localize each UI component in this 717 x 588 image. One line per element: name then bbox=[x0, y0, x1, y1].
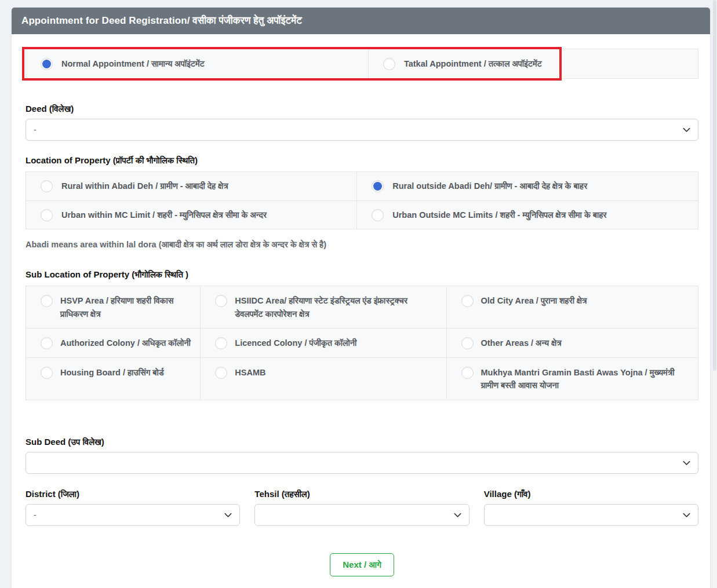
sub-location-section: Sub Location of Property (भौगोलिक स्थिति… bbox=[26, 269, 698, 400]
radio-icon[interactable] bbox=[372, 180, 384, 192]
radio-icon[interactable] bbox=[41, 367, 53, 379]
radio-icon[interactable] bbox=[41, 337, 53, 349]
page-title: Appointment for Deed Registration/ वसीका… bbox=[12, 8, 710, 34]
radio-option-normal-appointment[interactable]: Normal Appointment / सामान्य अपॉइंटमेंट bbox=[26, 49, 368, 78]
chevron-down-icon bbox=[682, 458, 691, 467]
radio-option-housing-board[interactable]: Housing Board / हाउसिंग बोर्ड bbox=[26, 358, 201, 400]
radio-label: HSIIDC Area/ हरियाणा स्टेट इंडस्ट्रियल ए… bbox=[235, 294, 436, 320]
radio-label: Urban Outside MC Limits / शहरी - म्युनिस… bbox=[392, 209, 606, 221]
chevron-down-icon bbox=[682, 510, 691, 519]
radio-icon[interactable] bbox=[215, 295, 227, 307]
radio-icon[interactable] bbox=[41, 58, 53, 70]
radio-label: Licenced Colony / पंजीकृत कॉलोनी bbox=[235, 337, 356, 349]
deed-registration-card: Appointment for Deed Registration/ वसीका… bbox=[12, 8, 710, 588]
chevron-down-icon bbox=[224, 510, 232, 519]
location-options-group: Rural within Abadi Deh / ग्रामीण - आबादी… bbox=[26, 171, 698, 229]
radio-icon[interactable] bbox=[461, 367, 474, 379]
abadi-note: Abadi means area within lal dora (आबादी … bbox=[26, 240, 698, 250]
radio-option-hsiidc-area[interactable]: HSIIDC Area/ हरियाणा स्टेट इंडस्ट्रियल ए… bbox=[201, 286, 446, 328]
radio-option-mukhya-mantri-yojna[interactable]: Mukhya Mantri Gramin Basti Awas Yojna / … bbox=[447, 358, 698, 400]
radio-label: Mukhya Mantri Gramin Basti Awas Yojna / … bbox=[481, 366, 689, 392]
deed-select-value: - bbox=[34, 125, 37, 134]
sub-deed-select[interactable] bbox=[26, 452, 698, 474]
radio-icon[interactable] bbox=[41, 209, 53, 221]
radio-option-licenced-colony[interactable]: Licenced Colony / पंजीकृत कॉलोनी bbox=[201, 328, 446, 357]
district-tehsil-village-row: District (जिला) - Tehsil (तहसील) bbox=[26, 489, 698, 526]
sub-location-heading: Sub Location of Property (भौगोलिक स्थिति… bbox=[26, 269, 698, 280]
radio-icon[interactable] bbox=[215, 337, 227, 349]
scrollbar[interactable] bbox=[713, 0, 717, 588]
district-field: District (जिला) - bbox=[26, 489, 240, 526]
radio-icon[interactable] bbox=[215, 367, 227, 379]
village-select[interactable] bbox=[484, 504, 698, 526]
district-label: District (जिला) bbox=[26, 489, 240, 499]
radio-label: Old City Area / पुराना शहरी क्षेत्र bbox=[481, 294, 587, 307]
tehsil-select[interactable] bbox=[254, 504, 469, 526]
district-select-value: - bbox=[34, 510, 37, 520]
radio-icon[interactable] bbox=[383, 58, 395, 70]
radio-option-urban-outside-mc[interactable]: Urban Outside MC Limits / शहरी - म्युनिस… bbox=[356, 201, 698, 229]
radio-option-hsvp-area[interactable]: HSVP Area / हरियाणा शहरी विकास प्राधिकरण… bbox=[26, 286, 201, 328]
radio-option-rural-outside-abadi[interactable]: Rural outside Abadi Deh/ ग्रामीण - आबादी… bbox=[356, 172, 698, 200]
radio-label: Normal Appointment / सामान्य अपॉइंटमेंट bbox=[61, 57, 205, 70]
radio-icon[interactable] bbox=[461, 337, 474, 349]
radio-icon[interactable] bbox=[461, 295, 474, 307]
tehsil-field: Tehsil (तहसील) bbox=[254, 489, 469, 526]
form-body: Normal Appointment / सामान्य अपॉइंटमेंट … bbox=[12, 34, 710, 588]
radio-option-hsamb[interactable]: HSAMB bbox=[201, 358, 446, 400]
sub-deed-section: Sub Deed (उप विलेख) bbox=[26, 437, 698, 474]
location-heading: Location of Property (प्रॉपर्टी की भौगोल… bbox=[26, 155, 698, 166]
tehsil-label: Tehsil (तहसील) bbox=[254, 489, 469, 499]
radio-label: Rural outside Abadi Deh/ ग्रामीण - आबादी… bbox=[392, 180, 587, 192]
radio-option-urban-within-mc[interactable]: Urban within MC Limit / शहरी - म्युनिसिप… bbox=[26, 201, 356, 229]
appointment-type-group: Normal Appointment / सामान्य अपॉइंटमेंट … bbox=[26, 49, 698, 79]
district-select[interactable]: - bbox=[26, 504, 240, 526]
radio-option-authorized-colony[interactable]: Authorized Colony / अधिकृत कॉलोनी bbox=[26, 328, 201, 357]
chevron-down-icon bbox=[682, 126, 691, 134]
radio-label: Rural within Abadi Deh / ग्रामीण - आबादी… bbox=[61, 180, 228, 192]
deed-label: Deed (विलेख) bbox=[26, 104, 698, 114]
village-field: Village (गाँव) bbox=[484, 489, 698, 526]
radio-option-old-city-area[interactable]: Old City Area / पुराना शहरी क्षेत्र bbox=[447, 286, 698, 328]
chevron-down-icon bbox=[453, 510, 462, 519]
radio-option-other-areas[interactable]: Other Areas / अन्य क्षेत्र bbox=[447, 328, 698, 357]
radio-option-tatkal-appointment[interactable]: Tatkal Appointment / तत्काल अपॉइंटमेंट bbox=[368, 49, 698, 78]
radio-icon[interactable] bbox=[41, 295, 53, 307]
next-button-row: Next / आगे bbox=[26, 553, 698, 576]
scrollbar-thumb[interactable] bbox=[713, 0, 716, 371]
radio-icon[interactable] bbox=[372, 209, 384, 221]
radio-label: Urban within MC Limit / शहरी - म्युनिसिप… bbox=[61, 209, 267, 221]
radio-option-rural-within-abadi[interactable]: Rural within Abadi Deh / ग्रामीण - आबादी… bbox=[26, 172, 356, 200]
radio-label: HSVP Area / हरियाणा शहरी विकास प्राधिकरण… bbox=[60, 294, 191, 320]
deed-select[interactable]: - bbox=[26, 119, 698, 141]
radio-icon[interactable] bbox=[41, 180, 53, 192]
village-label: Village (गाँव) bbox=[484, 489, 698, 499]
deed-section: Deed (विलेख) - bbox=[26, 104, 698, 141]
sub-deed-label: Sub Deed (उप विलेख) bbox=[26, 437, 698, 447]
radio-label: Tatkal Appointment / तत्काल अपॉइंटमेंट bbox=[404, 57, 542, 70]
radio-label: HSAMB bbox=[235, 366, 265, 379]
next-button[interactable]: Next / आगे bbox=[330, 553, 394, 576]
location-section: Location of Property (प्रॉपर्टी की भौगोल… bbox=[26, 155, 698, 250]
sub-location-options-group: HSVP Area / हरियाणा शहरी विकास प्राधिकरण… bbox=[26, 286, 698, 400]
radio-label: Authorized Colony / अधिकृत कॉलोनी bbox=[60, 337, 191, 349]
radio-label: Housing Board / हाउसिंग बोर्ड bbox=[60, 366, 164, 379]
radio-label: Other Areas / अन्य क्षेत्र bbox=[481, 337, 562, 349]
